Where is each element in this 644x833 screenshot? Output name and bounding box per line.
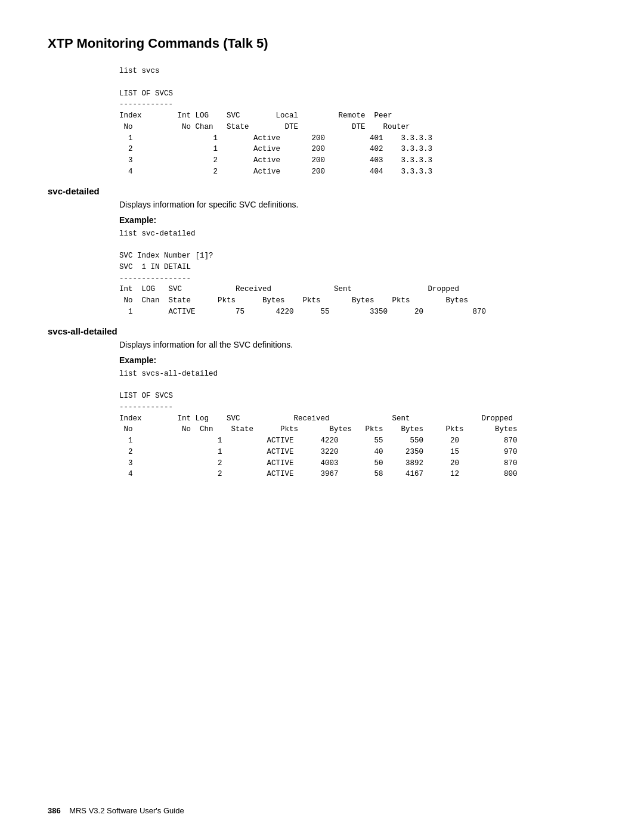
- list-svcs-command: list svcs LIST OF SVCS ------------ Inde…: [119, 66, 596, 178]
- footer-text: MRS V3.2 Software User's Guide: [69, 806, 184, 815]
- page-container: XTP Monitoring Commands (Talk 5) list sv…: [0, 0, 644, 523]
- svc-detailed-code: list svc-detailed SVC Index Number [1]? …: [119, 228, 596, 318]
- footer: 386 MRS V3.2 Software User's Guide: [48, 806, 184, 815]
- svc-detailed-desc: Displays information for specific SVC de…: [119, 200, 596, 209]
- svc-detailed-example-label: Example:: [119, 215, 596, 225]
- svcs-all-detailed-example-label: Example:: [119, 355, 596, 365]
- page-title: XTP Monitoring Commands (Talk 5): [48, 36, 596, 51]
- svc-detailed-heading: svc-detailed: [48, 186, 596, 196]
- svcs-all-detailed-code: list svcs-all-detailed LIST OF SVCS ----…: [119, 368, 596, 481]
- footer-page-number: 386: [48, 806, 61, 815]
- svcs-all-detailed-heading: svcs-all-detailed: [48, 326, 596, 336]
- svcs-all-detailed-desc: Displays information for all the SVC def…: [119, 340, 596, 349]
